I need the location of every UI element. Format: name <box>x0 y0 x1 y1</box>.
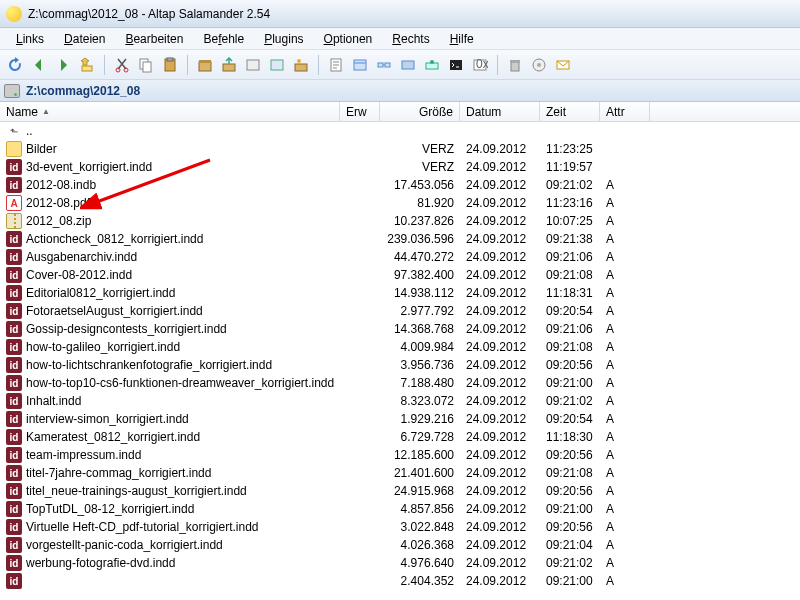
file-name: 2012-08.indb <box>26 178 96 192</box>
copy-button[interactable] <box>135 54 157 76</box>
file-time: 09:20:56 <box>540 484 600 498</box>
share-button[interactable] <box>421 54 443 76</box>
refresh-button[interactable] <box>4 54 26 76</box>
file-row[interactable]: idhow-to-lichtschrankenfotografie_korrig… <box>0 356 800 374</box>
file-row[interactable]: idInhalt.indd8.323.07224.09.201209:21:02… <box>0 392 800 410</box>
connect-button[interactable] <box>373 54 395 76</box>
indd-icon: id <box>6 465 22 481</box>
cut-button[interactable] <box>111 54 133 76</box>
file-row[interactable]: idinterview-simon_korrigiert.indd1.929.2… <box>0 410 800 428</box>
file-row[interactable]: 2012_08.zip10.237.82624.09.201210:07:25A <box>0 212 800 230</box>
file-row[interactable]: idAusgabenarchiv.indd44.470.27224.09.201… <box>0 248 800 266</box>
view-button[interactable] <box>349 54 371 76</box>
file-row[interactable]: idVirtuelle Heft-CD_pdf-tutorial_korrigi… <box>0 518 800 536</box>
menu-links[interactable]: Links <box>8 30 52 48</box>
file-name: titel_neue-trainings-august_korrigiert.i… <box>26 484 247 498</box>
file-size: 2.404.352 <box>380 574 460 588</box>
col-name[interactable]: Name▲ <box>0 102 340 121</box>
file-name: interview-simon_korrigiert.indd <box>26 412 189 426</box>
file-attr: A <box>600 232 650 246</box>
tool-7[interactable] <box>290 54 312 76</box>
menu-dateien[interactable]: Dateien <box>56 30 113 48</box>
file-time: 09:20:54 <box>540 412 600 426</box>
file-name: team-impressum.indd <box>26 448 141 462</box>
menu-plugins[interactable]: Plugins <box>256 30 311 48</box>
file-row[interactable]: id2.404.35224.09.201209:21:00A <box>0 572 800 590</box>
menu-rechts[interactable]: Rechts <box>384 30 437 48</box>
file-time: 11:18:30 <box>540 430 600 444</box>
back-button[interactable] <box>28 54 50 76</box>
file-size: 44.470.272 <box>380 250 460 264</box>
file-row[interactable]: idEditorial0812_korrigiert.indd14.938.11… <box>0 284 800 302</box>
up-button[interactable] <box>76 54 98 76</box>
indd-icon: id <box>6 321 22 337</box>
file-date: 24.09.2012 <box>460 394 540 408</box>
menu-bearbeiten[interactable]: Bearbeiten <box>117 30 191 48</box>
svg-rect-0 <box>82 66 92 71</box>
col-ext[interactable]: Erw <box>340 102 380 121</box>
file-size: VERZ <box>380 160 460 174</box>
col-size[interactable]: Größe <box>380 102 460 121</box>
file-row[interactable]: idCover-08-2012.indd97.382.40024.09.2012… <box>0 266 800 284</box>
file-list[interactable]: ⬑..BilderVERZ24.09.201211:23:25id3d-even… <box>0 122 800 600</box>
menu-befehle[interactable]: Befehle <box>195 30 252 48</box>
file-date: 24.09.2012 <box>460 448 540 462</box>
col-attr[interactable]: Attr <box>600 102 650 121</box>
extract-button[interactable] <box>218 54 240 76</box>
file-row[interactable]: idTopTutDL_08-12_korrigiert.indd4.857.85… <box>0 500 800 518</box>
file-name: how-to-lichtschrankenfotografie_korrigie… <box>26 358 272 372</box>
file-time: 09:21:08 <box>540 340 600 354</box>
file-row[interactable]: idhow-to-galileo_korrigiert.indd4.009.98… <box>0 338 800 356</box>
file-attr: A <box>600 394 650 408</box>
file-row[interactable]: idGossip-designcontests_korrigiert.indd1… <box>0 320 800 338</box>
file-date: 24.09.2012 <box>460 286 540 300</box>
file-name: Kameratest_0812_korrigiert.indd <box>26 430 200 444</box>
file-row[interactable]: A2012-08.pdf81.92024.09.201211:23:16A <box>0 194 800 212</box>
burn-button[interactable] <box>528 54 550 76</box>
file-row[interactable]: idActioncheck_0812_korrigiert.indd239.03… <box>0 230 800 248</box>
file-row[interactable]: id2012-08.indb17.453.05624.09.201209:21:… <box>0 176 800 194</box>
tool-5[interactable] <box>242 54 264 76</box>
file-row[interactable]: idwerbung-fotografie-dvd.indd4.976.64024… <box>0 554 800 572</box>
file-name: TopTutDL_08-12_korrigiert.indd <box>26 502 194 516</box>
file-row[interactable]: BilderVERZ24.09.201211:23:25 <box>0 140 800 158</box>
svg-rect-21 <box>450 60 462 70</box>
file-row[interactable]: idFotoraetselAugust_korrigiert.indd2.977… <box>0 302 800 320</box>
tool-6[interactable] <box>266 54 288 76</box>
file-row[interactable]: ⬑.. <box>0 122 800 140</box>
file-row[interactable]: id3d-event_korrigiert.inddVERZ24.09.2012… <box>0 158 800 176</box>
file-time: 09:21:00 <box>540 502 600 516</box>
paste-button[interactable] <box>159 54 181 76</box>
file-time: 09:21:06 <box>540 322 600 336</box>
file-time: 09:21:38 <box>540 232 600 246</box>
indd-icon: id <box>6 411 22 427</box>
file-size: 14.368.768 <box>380 322 460 336</box>
forward-button[interactable] <box>52 54 74 76</box>
mail-button[interactable] <box>552 54 574 76</box>
file-name: 2012-08.pdf <box>26 196 90 210</box>
hex-button[interactable]: 0x <box>469 54 491 76</box>
col-time[interactable]: Zeit <box>540 102 600 121</box>
file-row[interactable]: idvorgestellt-panic-coda_korrigiert.indd… <box>0 536 800 554</box>
properties-button[interactable] <box>325 54 347 76</box>
settings-button[interactable] <box>397 54 419 76</box>
archive-button[interactable] <box>194 54 216 76</box>
file-size: 14.938.112 <box>380 286 460 300</box>
file-date: 24.09.2012 <box>460 574 540 588</box>
file-time: 11:23:25 <box>540 142 600 156</box>
delete-button[interactable] <box>504 54 526 76</box>
file-row[interactable]: idtitel-7jahre-commag_korrigiert.indd21.… <box>0 464 800 482</box>
col-date[interactable]: Datum <box>460 102 540 121</box>
file-row[interactable]: idtitel_neue-trainings-august_korrigiert… <box>0 482 800 500</box>
menu-hilfe[interactable]: Hilfe <box>442 30 482 48</box>
indd-icon: id <box>6 501 22 517</box>
menu-optionen[interactable]: Optionen <box>316 30 381 48</box>
file-attr: A <box>600 538 650 552</box>
path-bar[interactable]: Z:\commag\2012_08 <box>0 80 800 102</box>
svg-rect-24 <box>511 62 519 71</box>
terminal-button[interactable] <box>445 54 467 76</box>
file-row[interactable]: idKameratest_0812_korrigiert.indd6.729.7… <box>0 428 800 446</box>
svg-rect-11 <box>271 60 283 70</box>
file-row[interactable]: idteam-impressum.indd12.185.60024.09.201… <box>0 446 800 464</box>
file-row[interactable]: idhow-to-top10-cs6-funktionen-dreamweave… <box>0 374 800 392</box>
